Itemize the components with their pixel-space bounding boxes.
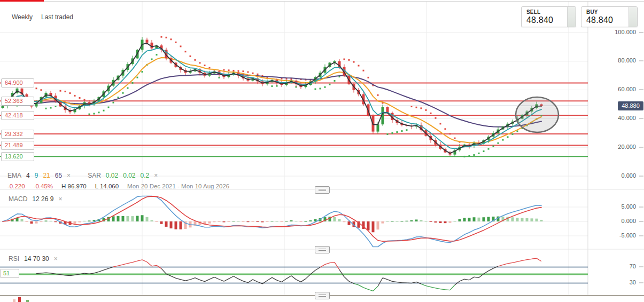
rsi-legend-label: RSI xyxy=(9,255,19,263)
sar-param-1: 0.02 xyxy=(106,172,118,179)
y-axis-label: 0.000 xyxy=(594,172,636,179)
macd-remove-button[interactable]: × xyxy=(58,195,62,203)
macd-axis-label: 5.000 xyxy=(594,203,636,210)
y-axis-label: 80.000 xyxy=(594,57,636,63)
y-axis-label: 100.000 xyxy=(594,29,636,35)
buy-button-edge xyxy=(629,7,637,27)
rsi-remove-button[interactable]: × xyxy=(54,255,58,263)
rsi-params: 14 70 30 xyxy=(24,255,49,263)
top-progress-bar xyxy=(0,0,44,2)
sar-param-3: 0.2 xyxy=(141,172,150,179)
buy-price: 48.840 xyxy=(586,15,629,25)
macd-axis-label: 0.000 xyxy=(594,218,636,224)
panel-resize-handle[interactable] xyxy=(315,246,330,253)
sell-price: 48.840 xyxy=(526,15,567,25)
sell-button[interactable]: SELL 48.840 xyxy=(521,6,576,27)
buy-label: BUY xyxy=(586,9,629,15)
level-label[interactable]: 64.900 xyxy=(1,78,34,88)
date-range: Mon 20 Dec 2021 - Mon 10 Aug 2026 xyxy=(127,183,229,189)
ema-legend-label: EMA xyxy=(7,172,21,179)
sell-button-body: SELL 48.840 xyxy=(522,7,567,27)
panel-resize-handle[interactable] xyxy=(315,186,330,194)
sar-legend-label: SAR xyxy=(88,172,101,179)
period-high: H 96.970 xyxy=(61,183,87,189)
ema-period-2: 9 xyxy=(35,172,38,179)
rsi-axis-label: 30 xyxy=(594,279,636,285)
timeframe-label[interactable]: Weekly xyxy=(12,13,33,21)
sar-remove-button[interactable]: × xyxy=(154,172,158,179)
sar-param-2: 0.02 xyxy=(123,172,135,179)
y-axis-label: 60.000 xyxy=(594,86,636,92)
macd-legend-label: MACD xyxy=(9,195,27,203)
buy-button[interactable]: BUY 48.840 xyxy=(581,6,638,27)
y-axis-label: 20.000 xyxy=(594,144,636,150)
ema-remove-button[interactable]: × xyxy=(67,172,71,179)
macd-axis-label: -5.000 xyxy=(594,232,636,239)
chart-canvas[interactable] xyxy=(0,0,644,302)
period-low: L 14.060 xyxy=(95,183,119,189)
trading-chart-window: Weekly Last traded SELL 48.840 BUY 48.84… xyxy=(0,0,644,302)
change-percent: -0.45% xyxy=(34,183,53,189)
sell-button-edge xyxy=(567,7,576,27)
level-label[interactable]: 13.620 xyxy=(1,152,34,161)
header-divider xyxy=(0,1,644,2)
indicator-legend-rsi: RSI 14 70 30 × xyxy=(9,255,58,263)
price-type-label[interactable]: Last traded xyxy=(41,13,73,21)
instrument-stats-row: -0.220 -0.45% H 96.970 L 14.060 Mon 20 D… xyxy=(7,183,229,189)
buy-button-body: BUY 48.840 xyxy=(581,7,629,27)
ema-period-4: 65 xyxy=(55,172,62,179)
rsi-value-badge: 51 xyxy=(0,269,19,278)
y-axis-label: 40.000 xyxy=(594,115,636,121)
change-value: -0.220 xyxy=(7,183,25,189)
rsi-axis-label: 70 xyxy=(594,263,636,269)
level-label[interactable]: 29.332 xyxy=(1,130,34,139)
level-label[interactable]: 21.489 xyxy=(1,141,34,150)
macd-params: 12 26 9 xyxy=(32,195,53,203)
ema-period-3: 21 xyxy=(43,172,50,179)
ema-period-1: 4 xyxy=(26,172,30,179)
indicator-legend-macd: MACD 12 26 9 × xyxy=(9,195,62,203)
panel-resize-handle[interactable] xyxy=(315,292,330,299)
indicator-legend-ema-sar: EMA 4 9 21 65 × SAR 0.02 0.02 0.2 × xyxy=(7,172,158,179)
sell-label: SELL xyxy=(526,9,567,15)
current-price-badge: 48.880 xyxy=(618,101,643,110)
level-label[interactable]: 42.418 xyxy=(1,111,34,120)
level-label[interactable]: 52.363 xyxy=(1,97,34,106)
